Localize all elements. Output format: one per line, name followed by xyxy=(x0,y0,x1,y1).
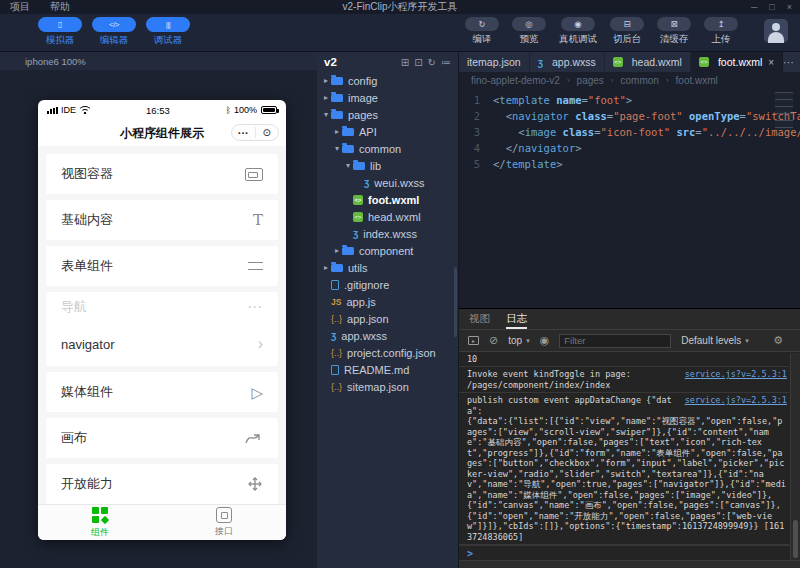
refresh-icon[interactable]: ↻ xyxy=(428,57,436,68)
tree-item-pages[interactable]: ▾pages xyxy=(317,106,458,123)
tree-item-weui.wxss[interactable]: ʒweui.wxss xyxy=(317,174,458,191)
log-message-body: {"data":{"list":[{"id":"view","name":"视图… xyxy=(467,416,787,542)
上传-button[interactable]: ↥上传 xyxy=(704,17,738,46)
wifi-icon xyxy=(79,106,90,114)
预览-button[interactable]: ◎预览 xyxy=(512,17,546,46)
editor-tab-itemap.json[interactable]: itemap.json xyxy=(459,52,530,72)
close-icon[interactable]: × xyxy=(787,2,792,12)
button-label: 模拟器 xyxy=(46,34,75,47)
tree-scrollbar[interactable] xyxy=(454,267,457,337)
模拟器-button[interactable]: ▯模拟器 xyxy=(38,17,82,47)
play-icon: ▷ xyxy=(251,385,263,400)
carrier-label: IDE xyxy=(61,105,76,115)
minimap[interactable] xyxy=(775,92,793,130)
chevron-down-icon: ▾ xyxy=(321,110,331,119)
编译-button[interactable]: ↻编译 xyxy=(465,17,499,46)
file-icon xyxy=(331,280,339,290)
item-label: 表单组件 xyxy=(61,257,113,275)
tree-item-component[interactable]: ▸component xyxy=(317,242,458,259)
exit-button[interactable]: ⊙ xyxy=(255,127,279,138)
console-tab-日志[interactable]: 日志 xyxy=(506,309,527,329)
调试器-button[interactable]: |||调试器 xyxy=(146,17,190,47)
list-item[interactable]: 基础内容T xyxy=(46,200,278,240)
list-item[interactable]: 画布 xyxy=(46,418,278,458)
phone-preview: IDE 16:53 ᛒ 100% 小程序组件展示 ··· ⊙ 视图容器基础内容T… xyxy=(38,100,286,540)
console-tab-视图[interactable]: 视图 xyxy=(469,309,490,329)
tree-item-project.config.json[interactable]: {..}project.config.json xyxy=(317,344,458,361)
list-item[interactable]: navigator› xyxy=(46,322,278,366)
new-folder-icon[interactable]: ⊡ xyxy=(414,57,422,68)
context-selector[interactable]: top▾ xyxy=(508,335,529,346)
editor-tab-foot.wxml[interactable]: <>foot.wxml× xyxy=(691,52,783,72)
list-item[interactable]: 媒体组件▷ xyxy=(46,372,278,412)
tree-item-head.wxml[interactable]: <>head.wxml xyxy=(317,208,458,225)
tree-item-foot.wxml[interactable]: <>foot.wxml xyxy=(317,191,458,208)
tree-item-utils[interactable]: ▸utils xyxy=(317,259,458,276)
tree-item-API[interactable]: ▸API xyxy=(317,123,458,140)
tree-item-README.md[interactable]: README.md xyxy=(317,361,458,378)
file-icon xyxy=(331,365,339,375)
more-tabs-icon[interactable]: ⋯ xyxy=(783,52,794,72)
tree-item-app.json[interactable]: {..}app.json xyxy=(317,310,458,327)
tree-item-sitemap.json[interactable]: {..}sitemap.json xyxy=(317,378,458,395)
清缓存-button[interactable]: ⊠清缓存 xyxy=(657,17,691,46)
title-bar: 项目帮助 v2-FinClip小程序开发工具 ─□× xyxy=(0,0,800,14)
editor-tab-app.wxss[interactable]: ʒapp.wxss xyxy=(530,52,605,72)
source-link[interactable]: service.js?v=2.5.3:1 xyxy=(685,395,787,416)
tree-item-lib[interactable]: ▾lib xyxy=(317,157,458,174)
console-scrollbar[interactable] xyxy=(790,353,800,560)
list-item[interactable]: 视图容器 xyxy=(46,154,278,194)
tree-item-app.wxss[interactable]: ʒapp.wxss xyxy=(317,327,458,344)
真机调试-button[interactable]: ◉真机调试 xyxy=(559,17,597,46)
maximize-icon[interactable]: □ xyxy=(769,2,774,12)
log-message-body: /pages/component/index/index xyxy=(467,380,787,391)
code-editor[interactable]: 1<template name="foot">2 <navigator clas… xyxy=(459,89,800,172)
tree-item-label: project.config.json xyxy=(347,347,436,359)
device-selector[interactable]: iphone6 100% xyxy=(0,52,317,70)
avatar[interactable] xyxy=(764,19,788,43)
group-header[interactable]: 导航··· xyxy=(46,292,278,322)
gear-icon[interactable]: ⚙ xyxy=(773,335,783,346)
menu-item-project[interactable]: 项目 xyxy=(10,0,30,14)
menu-item-help[interactable]: 帮助 xyxy=(50,0,70,14)
phone-tab-组件[interactable]: 组件 xyxy=(38,505,162,540)
page-title: 小程序组件展示 xyxy=(120,125,204,142)
clear-console-icon[interactable]: ⊘ xyxy=(489,335,498,346)
button-label: 调试器 xyxy=(154,34,183,47)
log-entry: invoke reportApmMonitorservice.js?v=2.5.… xyxy=(459,352,789,367)
tree-item-label: index.wxss xyxy=(363,228,417,240)
dots-icon: ··· xyxy=(248,303,263,311)
console-sidebar-icon[interactable]: ▸ xyxy=(468,336,479,345)
phone-icon: ▯ xyxy=(58,20,62,29)
filter-input[interactable] xyxy=(559,334,671,348)
编辑器-button[interactable]: </>编辑器 xyxy=(92,17,136,47)
tree-item-index.wxss[interactable]: ʒindex.wxss xyxy=(317,225,458,242)
source-link[interactable]: service.js?v=2.5.3:1 xyxy=(685,369,787,380)
console-input-row[interactable]: > xyxy=(459,545,800,560)
切后台-button[interactable]: ⊟切后台 xyxy=(610,17,644,46)
list-item[interactable]: 表单组件 xyxy=(46,246,278,286)
new-file-icon[interactable]: ⊞ xyxy=(401,57,409,68)
code-line: 5</template> xyxy=(459,156,800,172)
button-label: 上传 xyxy=(712,33,731,46)
tree-item-common[interactable]: ▾common xyxy=(317,140,458,157)
tree-item-.gitignore[interactable]: .gitignore xyxy=(317,276,458,293)
more-button[interactable]: ··· xyxy=(232,128,255,138)
levels-selector[interactable]: Default levels▾ xyxy=(681,335,749,346)
close-tab-icon[interactable]: × xyxy=(768,57,774,68)
tree-item-image[interactable]: ▸image xyxy=(317,89,458,106)
item-label: 视图容器 xyxy=(61,165,113,183)
log-message: publish custom event appDataChange {"dat… xyxy=(467,395,677,416)
wxml-file-icon: <> xyxy=(613,57,623,67)
minimize-icon[interactable]: ─ xyxy=(751,2,757,12)
chevron-right-icon: ▸ xyxy=(321,76,331,85)
eye-icon[interactable]: ◉ xyxy=(540,335,550,346)
switch-background-icon: ⊟ xyxy=(623,19,630,29)
tree-item-config[interactable]: ▸config xyxy=(317,72,458,89)
chevron-right-icon: › xyxy=(258,336,263,352)
collapse-icon[interactable]: ≔ xyxy=(441,57,451,68)
tree-item-app.js[interactable]: JSapp.js xyxy=(317,293,458,310)
editor-tab-head.wxml[interactable]: <>head.wxml xyxy=(605,52,691,72)
list-item[interactable]: 开放能力 xyxy=(46,464,278,504)
phone-tab-接口[interactable]: 接口 xyxy=(162,505,286,540)
